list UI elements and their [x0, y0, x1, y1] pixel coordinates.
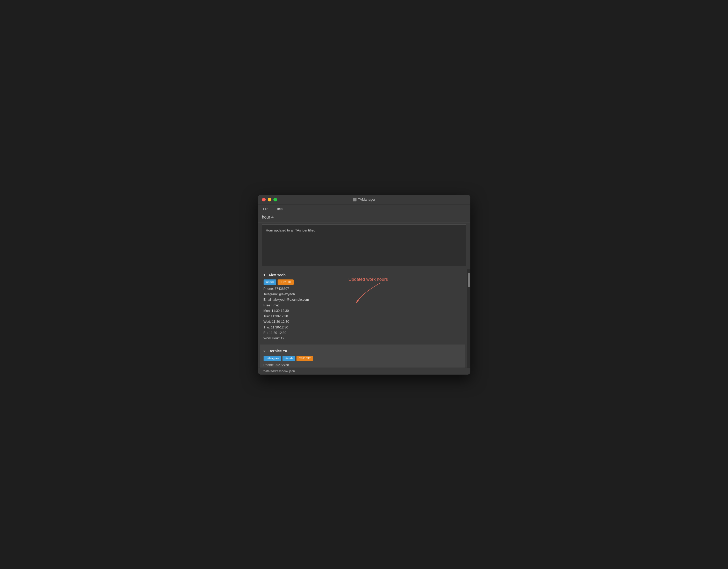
- search-bar: [258, 213, 470, 222]
- title-text: TAManager: [358, 198, 375, 201]
- scrollbar-thumb[interactable]: [468, 273, 470, 287]
- ta-list-section: 1. Alex Yeoh friends CS2103T Phone: 8743…: [258, 269, 470, 368]
- traffic-lights: [262, 198, 277, 201]
- minimize-button[interactable]: [268, 198, 271, 201]
- ta-tags-1: friends CS2103T: [264, 279, 462, 285]
- tag-cs2103t-1: CS2103T: [278, 279, 294, 285]
- status-text: ./data/addressbook.json: [262, 369, 295, 373]
- main-window: TAManager File Help Hour updated to all …: [258, 195, 470, 375]
- ta-schedule-wed-1: Wed: 11:30-12:30: [264, 319, 462, 325]
- menu-help[interactable]: Help: [274, 206, 284, 211]
- tag-friends-1: friends: [264, 279, 276, 285]
- menu-file[interactable]: File: [262, 206, 270, 211]
- tag-colleagues-2: colleagues: [264, 356, 281, 361]
- output-message: Hour updated to all TAs identified: [266, 228, 315, 232]
- search-input[interactable]: [262, 215, 466, 220]
- ta-telegram-1: Telegram: @alexyeoh: [264, 292, 462, 297]
- ta-tags-2: colleagues friends CS2103T: [264, 356, 462, 361]
- app-icon: [353, 198, 356, 201]
- status-bar: ./data/addressbook.json: [258, 368, 470, 375]
- tag-friends-2: friends: [282, 356, 295, 361]
- ta-item[interactable]: 2. Bernice Yu colleagues friends CS2103T…: [260, 345, 465, 367]
- close-button[interactable]: [262, 198, 266, 201]
- scrollbar-track[interactable]: [467, 269, 470, 368]
- ta-schedule-tue-1: Tue: 11:30-12:30: [264, 314, 462, 319]
- ta-freetime-label-1: Free Time:: [264, 303, 462, 308]
- maximize-button[interactable]: [273, 198, 277, 201]
- ta-schedule-fri-1: Fri: 11:30-12:30: [264, 330, 462, 336]
- ta-item[interactable]: 1. Alex Yeoh friends CS2103T Phone: 8743…: [260, 269, 465, 345]
- window-title: TAManager: [353, 198, 375, 201]
- ta-phone-2: Phone: 99272758: [264, 362, 462, 368]
- ta-name-1: 1. Alex Yeoh: [264, 272, 462, 278]
- menu-bar: File Help: [258, 205, 470, 213]
- ta-name-2: 2. Bernice Yu: [264, 348, 462, 354]
- tag-cs2103t-2: CS2103T: [296, 356, 313, 361]
- ta-workhour-1: Work Hour: 12: [264, 336, 462, 341]
- title-bar: TAManager: [258, 195, 470, 205]
- ta-schedule-mon-1: Mon: 11:30-12:30: [264, 308, 462, 314]
- ta-schedule-thu-1: Thu: 11:30-12:30: [264, 325, 462, 330]
- ta-email-1: Email: alexyeoh@example.com: [264, 297, 462, 303]
- output-area: Hour updated to all TAs identified: [262, 224, 466, 266]
- ta-phone-1: Phone: 87438807: [264, 286, 462, 292]
